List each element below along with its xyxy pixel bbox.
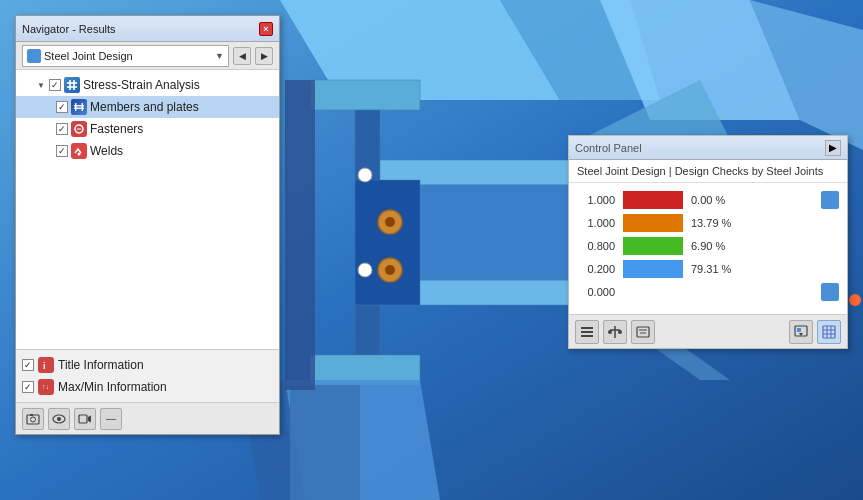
footer-maxmin-info[interactable]: ↑↓ Max/Min Information — [16, 376, 279, 398]
maxmin-label: Max/Min Information — [58, 380, 167, 394]
video-button[interactable] — [74, 408, 96, 430]
title-info-icon: i — [38, 357, 54, 373]
screenshot-button[interactable] — [22, 408, 44, 430]
svg-marker-45 — [88, 415, 91, 422]
svg-text:↑↓: ↑↓ — [42, 383, 49, 390]
svg-point-25 — [849, 294, 861, 306]
legend-row-2: 0.800 6.90 % — [577, 237, 839, 255]
checkbox-maxmin[interactable] — [22, 381, 34, 393]
members-plates-label: Members and plates — [90, 100, 199, 114]
title-info-label: Title Information — [58, 358, 144, 372]
navigator-tree: ▼ Stress-Strain Analysis — [16, 70, 279, 349]
legend-percent-1: 13.79 % — [691, 217, 839, 229]
cp-filter-button[interactable] — [631, 320, 655, 344]
tree-item-fasteners[interactable]: Fasteners — [16, 118, 279, 140]
legend-percent-3: 79.31 % — [691, 263, 839, 275]
stress-strain-icon — [64, 77, 80, 93]
svg-point-18 — [358, 263, 372, 277]
svg-rect-44 — [79, 415, 87, 423]
legend-percent-0: 0.00 % — [691, 194, 813, 206]
svg-point-40 — [31, 417, 36, 422]
view-button[interactable] — [48, 408, 70, 430]
legend-bar-2 — [623, 237, 683, 255]
svg-rect-29 — [73, 80, 75, 90]
svg-marker-5 — [310, 80, 420, 110]
svg-rect-46 — [581, 327, 593, 329]
legend-value-0: 1.000 — [577, 194, 615, 206]
maxmin-icon: ↑↓ — [38, 379, 54, 395]
svg-point-16 — [385, 265, 395, 275]
cp-balance-button[interactable] — [603, 320, 627, 344]
checkbox-members[interactable] — [56, 101, 68, 113]
members-icon — [71, 99, 87, 115]
navigator-toolbar: Steel Joint Design ▼ ◀ ▶ — [16, 42, 279, 70]
svg-rect-41 — [30, 414, 33, 416]
navigator-close-button[interactable]: × — [259, 22, 273, 36]
svg-rect-32 — [75, 103, 77, 111]
control-panel-subtitle: Steel Joint Design | Design Checks by St… — [569, 160, 847, 183]
stress-strain-label: Stress-Strain Analysis — [83, 78, 200, 92]
legend-bar-0 — [623, 191, 683, 209]
navigator-title: Navigator - Results — [22, 23, 116, 35]
svg-point-14 — [385, 217, 395, 227]
control-panel-title: Control Panel — [575, 142, 642, 154]
legend-value-1: 1.000 — [577, 217, 615, 229]
control-panel-bottom-toolbar — [569, 314, 847, 348]
control-panel-expand-button[interactable]: ▶ — [825, 140, 841, 156]
steel-design-icon — [27, 49, 41, 63]
nav-forward-button[interactable]: ▶ — [255, 47, 273, 65]
fasteners-label: Fasteners — [90, 122, 143, 136]
legend-percent-2: 6.90 % — [691, 240, 839, 252]
legend-row-1: 1.000 13.79 % — [577, 214, 839, 232]
checkbox-stress-strain[interactable] — [49, 79, 61, 91]
svg-point-52 — [618, 330, 622, 334]
legend-value-2: 0.800 — [577, 240, 615, 252]
legend-bar-3 — [623, 260, 683, 278]
expand-icon: ▼ — [36, 80, 46, 90]
dropdown-label: Steel Joint Design — [44, 50, 212, 62]
separator-button[interactable]: — — [100, 408, 122, 430]
cp-bottom-right-buttons — [789, 320, 841, 344]
dropdown-arrow-icon: ▼ — [215, 51, 224, 61]
svg-point-36 — [78, 153, 81, 156]
checkbox-fasteners[interactable] — [56, 123, 68, 135]
cp-export-image-button[interactable] — [789, 320, 813, 344]
svg-marker-12 — [355, 180, 420, 305]
legend-value-4: 0.000 — [577, 286, 615, 298]
nav-back-button[interactable]: ◀ — [233, 47, 251, 65]
svg-rect-27 — [67, 86, 77, 88]
legend-row-0: 1.000 0.00 % — [577, 191, 839, 209]
tree-item-stress-strain[interactable]: ▼ Stress-Strain Analysis — [16, 74, 279, 96]
legend-bar-1 — [623, 214, 683, 232]
svg-rect-59 — [823, 326, 835, 338]
navigator-panel: Navigator - Results × Steel Joint Design… — [15, 15, 280, 435]
navigator-bottom-toolbar: — — [16, 402, 279, 434]
tree-item-welds[interactable]: Welds — [16, 140, 279, 162]
svg-point-43 — [57, 417, 61, 421]
fasteners-icon — [71, 121, 87, 137]
svg-rect-57 — [797, 328, 801, 332]
checkbox-welds[interactable] — [56, 145, 68, 157]
cp-list-button[interactable] — [575, 320, 599, 344]
legend-value-3: 0.200 — [577, 263, 615, 275]
control-panel-titlebar: Control Panel ▶ — [569, 136, 847, 160]
footer-title-info[interactable]: i Title Information — [16, 354, 279, 376]
checkbox-title-info[interactable] — [22, 359, 34, 371]
cp-table-button[interactable] — [817, 320, 841, 344]
legend-indicator-0 — [821, 191, 839, 209]
tree-item-members-plates[interactable]: Members and plates — [16, 96, 279, 118]
svg-rect-33 — [82, 103, 84, 111]
cp-bottom-left-buttons — [575, 320, 655, 344]
svg-rect-26 — [67, 82, 77, 84]
svg-rect-28 — [69, 80, 71, 90]
svg-rect-48 — [581, 335, 593, 337]
svg-rect-47 — [581, 331, 593, 333]
navigator-footer: i Title Information ↑↓ Max/Min Informati… — [16, 349, 279, 402]
svg-rect-53 — [637, 327, 649, 337]
welds-icon — [71, 143, 87, 159]
svg-point-17 — [358, 168, 372, 182]
welds-label: Welds — [90, 144, 123, 158]
svg-point-51 — [608, 330, 612, 334]
legend-row-4: 0.000 — [577, 283, 839, 301]
legend-indicator-4 — [821, 283, 839, 301]
